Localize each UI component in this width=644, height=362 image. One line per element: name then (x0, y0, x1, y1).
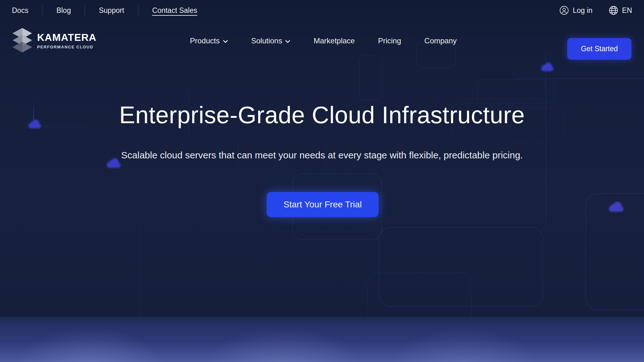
language-label: EN (622, 6, 632, 15)
main-navigation: Products Solutions Marketplace Pricing C… (190, 21, 457, 61)
brand-tagline: PERFORMANCE CLOUD (37, 45, 97, 49)
nav-item-label: Marketplace (314, 36, 355, 45)
kamatera-logo[interactable]: KAMATERA PERFORMANCE CLOUD (13, 28, 97, 54)
hero-subtitle: Scalable cloud servers that can meet you… (0, 150, 644, 161)
login-button[interactable]: Log in (559, 6, 592, 15)
kamatera-landing-page: Docs Blog Support Contact Sales Log in (0, 0, 644, 362)
start-free-trial-button[interactable]: Start Your Free Trial (267, 192, 379, 217)
bottom-gradient-band (0, 317, 644, 362)
nav-item-label: Solutions (251, 36, 282, 45)
cloud-decoration-icon (606, 200, 626, 212)
user-circle-icon (559, 6, 569, 15)
chevron-down-icon (223, 39, 228, 43)
utility-link-docs[interactable]: Docs (12, 6, 42, 15)
circuit-line (516, 79, 644, 79)
chevron-down-icon (285, 39, 290, 43)
logo-text: KAMATERA PERFORMANCE CLOUD (37, 32, 97, 49)
globe-icon (609, 6, 618, 15)
nav-item-label: Products (190, 36, 220, 45)
nav-item-pricing[interactable]: Pricing (378, 36, 401, 45)
utility-bar: Docs Blog Support Contact Sales Log in (0, 0, 644, 21)
main-header: KAMATERA PERFORMANCE CLOUD Products Solu… (0, 21, 644, 61)
circuit-line (139, 226, 140, 317)
login-label: Log in (573, 6, 592, 15)
circuit-rect (379, 227, 543, 306)
utility-link-support[interactable]: Support (85, 6, 138, 15)
language-selector[interactable]: EN (609, 6, 632, 15)
hero-title: Enterprise-Grade Cloud Infrastructure (0, 101, 644, 129)
circuit-rect (586, 193, 644, 310)
utility-links: Docs Blog Support Contact Sales (12, 6, 211, 15)
brand-name: KAMATERA (37, 32, 97, 42)
nav-item-solutions[interactable]: Solutions (251, 36, 291, 45)
nav-item-label: Pricing (378, 36, 401, 45)
layered-stack-logo-icon (13, 28, 32, 54)
get-started-button[interactable]: Get Started (567, 38, 631, 60)
nav-item-label: Company (425, 36, 457, 45)
circuit-line (546, 53, 546, 222)
utility-link-blog[interactable]: Blog (42, 6, 85, 15)
circuit-rect (359, 56, 383, 100)
nav-item-company[interactable]: Company (425, 36, 457, 45)
nav-item-marketplace[interactable]: Marketplace (314, 36, 355, 45)
cloud-decoration-icon (538, 61, 555, 72)
utility-account-area: Log in EN (559, 6, 632, 15)
utility-link-contact-sales[interactable]: Contact Sales (138, 6, 211, 15)
nav-item-products[interactable]: Products (190, 36, 228, 45)
